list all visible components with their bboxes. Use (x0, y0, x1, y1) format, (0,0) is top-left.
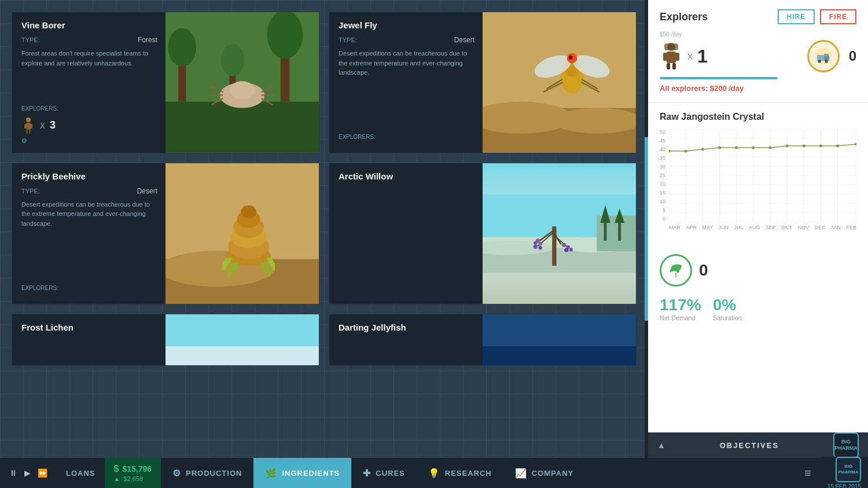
x-jul: JUL (734, 225, 744, 230)
card-vine-borer[interactable]: Vine Borer TYPE: Forest Forest areas don… (12, 12, 319, 153)
x-sep: SEP (766, 225, 776, 230)
card-type-row-jewel-fly: TYPE: Desert (339, 36, 475, 44)
explorer-person (660, 41, 683, 71)
cards-grid: Vine Borer TYPE: Forest Forest areas don… (12, 12, 637, 366)
right-panel: Explorers HIRE FIRE $50 /day (648, 0, 868, 458)
card-info-arctic-willow: Arctic Willow (329, 163, 483, 304)
loans-label[interactable]: LOANS (57, 469, 105, 478)
chart-area: 50 45 40 35 30 25 20 15 10 5 0 (660, 129, 856, 233)
card-frost-lichen[interactable]: Frost Lichen (12, 314, 319, 366)
explorer-link-vine-borer[interactable]: ⚙ (21, 137, 157, 145)
menu-icon[interactable]: ≡ (795, 467, 821, 480)
y-35: 35 (660, 155, 665, 161)
svg-point-119 (803, 145, 806, 148)
svg-point-9 (168, 28, 196, 67)
cures-icon: ✚ (363, 468, 371, 479)
nav-controls: ⏸ ▶ ⏩ (0, 467, 57, 479)
x-jun: JUN (719, 225, 729, 230)
svg-point-15 (229, 81, 255, 99)
fire-button[interactable]: FIRE (820, 9, 856, 24)
scroll-thumb (645, 137, 648, 320)
saturation-label: Saturation: (713, 314, 744, 321)
card-image-vine-borer (165, 12, 319, 153)
svg-point-111 (669, 150, 671, 153)
card-darting-jellyfish[interactable]: Darting Jellyfish (329, 314, 637, 366)
svg-point-116 (752, 146, 755, 149)
y-10: 10 (660, 199, 665, 204)
explorers-label-jf: EXPLORERS: (339, 134, 475, 140)
card-info-vine-borer: Vine Borer TYPE: Forest Forest areas don… (12, 12, 165, 153)
y-45: 45 (660, 138, 665, 144)
svg-point-11 (267, 12, 303, 59)
svg-point-112 (684, 150, 687, 153)
svg-rect-4 (26, 130, 28, 134)
card-arctic-willow[interactable]: Arctic Willow (329, 163, 637, 304)
net-demand-value: 117% (660, 296, 701, 314)
x-dec: DEC (815, 225, 826, 230)
svg-rect-78 (672, 63, 676, 69)
cost-per-day: $50 /day (660, 31, 856, 38)
y-20: 20 (660, 181, 665, 187)
explorer-person-icon (21, 116, 35, 135)
explorers-label-vine-borer: EXPLORERS: (21, 105, 157, 112)
grid-panel: Vine Borer TYPE: Forest Forest areas don… (0, 0, 648, 458)
main-area: Vine Borer TYPE: Forest Forest areas don… (0, 0, 868, 458)
card-title-arctic-willow: Arctic Willow (339, 171, 475, 181)
y-15: 15 (660, 190, 665, 196)
explorer-number: 1 (697, 46, 708, 67)
production-icon: ⚙ (172, 468, 181, 479)
svg-rect-76 (675, 53, 679, 61)
fast-forward-button[interactable]: ⏩ (35, 467, 50, 479)
play-button[interactable]: ▶ (22, 467, 33, 479)
svg-rect-2 (24, 124, 27, 129)
net-demand-label: Net Demand (660, 314, 701, 321)
scroll-indicator[interactable] (645, 0, 648, 458)
nav-cures[interactable]: ✚ CURES (351, 458, 417, 488)
hire-button[interactable]: HIRE (778, 9, 815, 24)
svg-point-113 (701, 148, 704, 151)
svg-point-64 (539, 246, 542, 249)
type-label: TYPE: (21, 36, 40, 43)
objectives-arrow[interactable]: ▲ (657, 441, 665, 450)
objectives-text: OBJECTIVES (670, 441, 829, 450)
company-icon: 📈 (515, 468, 527, 479)
type-value-jewel-fly: Desert (454, 36, 475, 44)
company-label: COMPANY (532, 469, 573, 478)
svg-point-86 (819, 61, 820, 62)
date-label: 15 FEB 2015 (827, 483, 861, 489)
chart-container: 50 45 40 35 30 25 20 15 10 5 0 (660, 129, 856, 245)
money-dollar: $ (114, 464, 119, 474)
research-label: RESEARCH (445, 469, 492, 478)
net-demand-block: 117% Net Demand (660, 296, 701, 321)
saturation-block: 0% Saturation: (713, 296, 744, 321)
explorer-main-row: x 1 0 (660, 40, 856, 72)
svg-point-63 (534, 244, 538, 248)
card-type-row-vine-borer: TYPE: Forest (21, 36, 157, 44)
card-title-darting-jellyfish: Darting Jellyfish (339, 322, 475, 332)
nav-research[interactable]: 💡 RESEARCH (417, 458, 503, 488)
x-feb: FEB (846, 225, 856, 230)
card-desc-jewel-fly: Desert expeditions can be treacherous du… (339, 49, 475, 128)
y-30: 30 (660, 164, 665, 170)
card-desc-pb: Desert expeditions can be treacherous du… (21, 200, 157, 279)
svg-point-87 (826, 61, 827, 62)
chart-y-axis: 50 45 40 35 30 25 20 15 10 5 0 (660, 129, 669, 233)
objectives-bar: ▲ OBJECTIVES BIGPHARMA (648, 432, 868, 458)
nav-production[interactable]: ⚙ PRODUCTION (161, 458, 253, 488)
leaf-icon (660, 254, 692, 287)
card-jewel-fly[interactable]: Jewel Fly TYPE: Desert Desert expedition… (329, 12, 637, 153)
svg-rect-7 (165, 102, 319, 153)
saturation-value: 0% (713, 296, 744, 314)
all-explorers-label: All explorers: (660, 84, 708, 93)
svg-rect-5 (29, 130, 31, 134)
nav-ingredients[interactable]: 🌿 INGREDIENTS (253, 458, 351, 488)
explorer-vehicle (807, 40, 840, 72)
ingredients-icon: 🌿 (265, 468, 277, 479)
card-prickly-beehive[interactable]: Prickly Beehive TYPE: Desert Desert expe… (12, 163, 319, 304)
pause-button[interactable]: ⏸ (7, 467, 20, 479)
explorer-count-vine-borer: 3 (50, 119, 56, 131)
svg-rect-75 (663, 53, 667, 61)
nav-company[interactable]: 📈 COMPANY (503, 458, 585, 488)
svg-rect-77 (667, 63, 670, 69)
pharma-bottom-text: BIGPHARMA (838, 464, 858, 475)
